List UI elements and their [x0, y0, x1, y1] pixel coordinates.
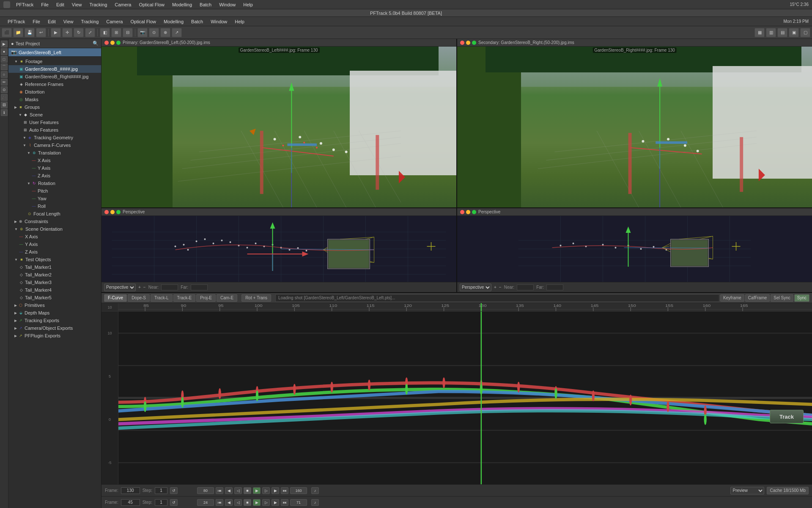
next-btn-1[interactable]: ▷ — [262, 487, 270, 494]
sidebar-item-so-z[interactable]: — Z Axis — [8, 248, 101, 256]
tool-lasso[interactable]: ⌒ — [1, 64, 8, 70]
sidebar-item-camera-f-curves[interactable]: ▼ ⌇ Camera F-Curves — [8, 141, 101, 149]
stop-btn-2[interactable]: ■ — [244, 499, 251, 506]
tool-box[interactable]: □ — [1, 56, 8, 63]
tool-arrow[interactable]: ▶ — [1, 41, 8, 47]
next-frame-btn-1[interactable]: ▶ — [272, 487, 279, 494]
menu-camera-top[interactable]: Camera — [111, 1, 134, 8]
toolbar-view1[interactable]: ◧ — [100, 28, 110, 37]
prev-btn-1[interactable]: ◁ — [234, 487, 242, 494]
sidebar-item-focal-length[interactable]: ⊙ Focal Length — [8, 210, 101, 218]
sidebar-item-x-axis[interactable]: — X Axis — [8, 157, 101, 164]
go-start-btn-1[interactable]: ⏮ — [216, 487, 223, 494]
toolbar-view2[interactable]: ⊞ — [111, 28, 121, 37]
menu-batch-top[interactable]: Batch — [196, 1, 215, 8]
toolbar-solve[interactable]: ⊕ — [160, 28, 170, 37]
perspective-right-content[interactable] — [457, 216, 812, 282]
sidebar-item-so-y[interactable]: — Y Axis — [8, 240, 101, 248]
sidebar-item-yaw[interactable]: — Yaw — [8, 195, 101, 202]
menu-pftrack-top[interactable]: PFTrack — [13, 1, 37, 8]
far-input-left[interactable] — [191, 284, 208, 290]
sidebar-item-constraints[interactable]: ▶ ⊗ Constraints — [8, 218, 101, 225]
persp-plus-left[interactable]: + — [138, 285, 141, 290]
perspective-right-select[interactable]: Perspective — [460, 284, 491, 291]
menu-file-top[interactable]: File — [38, 1, 52, 8]
tab-mode[interactable]: Rot + Trans — [241, 294, 271, 302]
sidebar-item-tail-marker5[interactable]: ◇ Tail_Marker5 — [8, 294, 101, 301]
menu-view-top[interactable]: View — [69, 1, 85, 8]
go-end-btn-1[interactable]: ⏭ — [281, 487, 288, 494]
loop-btn-2[interactable]: ↺ — [170, 499, 178, 506]
set-out-btn-1[interactable]: 160 — [290, 487, 307, 494]
sidebar-selected-item[interactable]: 📷 GardenStereoB_Left — [8, 48, 101, 57]
near-input-right[interactable] — [517, 284, 534, 290]
set-in-btn-2[interactable]: 24 — [197, 499, 214, 506]
sidebar-item-footage-right[interactable]: ▣ GardenStereoB_Right####.jpg — [8, 73, 101, 80]
sidebar-item-masks[interactable]: ◎ Masks — [8, 96, 101, 103]
sidebar-item-y-axis[interactable]: — Y Axis — [8, 164, 101, 172]
go-start-btn-2[interactable]: ⏮ — [216, 499, 223, 506]
tool-cam[interactable]: 🎥 — [1, 94, 8, 101]
go-end-btn-2[interactable]: ⏭ — [281, 499, 288, 506]
sidebar-item-test-objects[interactable]: ▼ ■ Test Objects — [8, 256, 101, 263]
selsync-btn[interactable]: Sel Sync — [771, 294, 793, 302]
toolbar-camera[interactable]: 📷 — [137, 28, 148, 37]
toolbar-scale[interactable]: ⤢ — [85, 28, 95, 37]
tab-fcurve[interactable]: F-Curve — [104, 294, 127, 302]
sidebar-item-rotation[interactable]: ▼ ↻ Rotation — [8, 179, 101, 187]
next-frame-btn-2[interactable]: ▶ — [272, 499, 279, 506]
bl-close-btn[interactable] — [104, 210, 109, 214]
sidebar-item-footage[interactable]: ▼ ■ Footage — [8, 58, 101, 65]
sidebar-item-roll[interactable]: — Roll — [8, 202, 101, 210]
sidebar-item-z-axis[interactable]: — Z Axis — [8, 172, 101, 179]
sidebar-item-so-x[interactable]: — X Axis — [8, 233, 101, 240]
toolbar-layout1[interactable]: ▦ — [754, 28, 765, 37]
menu-help-2[interactable]: Help — [231, 18, 248, 25]
persp-plus-right[interactable]: + — [494, 285, 497, 290]
menu-help-top[interactable]: Help — [240, 1, 256, 8]
toolbar-save[interactable]: 💾 — [25, 28, 35, 37]
set-out-btn-2[interactable]: 71 — [290, 499, 307, 506]
audio-btn-1[interactable]: ♪ — [311, 487, 319, 494]
tab-dopes[interactable]: Dope-S — [128, 294, 150, 302]
toolbar-open[interactable]: 📁 — [13, 28, 23, 37]
loop-btn-1[interactable]: ↺ — [170, 487, 178, 494]
menu-tracking-top[interactable]: Tracking — [86, 1, 111, 8]
toolbar-export[interactable]: ↗ — [172, 28, 182, 37]
sidebar-item-auto-features[interactable]: ⊞ Auto Features — [8, 126, 101, 134]
sidebar-item-pfplugin-exports[interactable]: ▶ ↗ PFPlugin Exports — [8, 332, 101, 340]
sidebar-item-reference-frames[interactable]: ◈ Reference Frames — [8, 80, 101, 88]
step-input-2[interactable] — [155, 499, 167, 506]
menu-edit-2[interactable]: Edit — [44, 18, 59, 25]
tool-node[interactable]: ● — [1, 48, 8, 55]
persp-minus-right[interactable]: − — [499, 285, 502, 290]
tab-trackl[interactable]: Track-L — [151, 294, 173, 302]
play-btn-1[interactable]: ▶ — [253, 487, 261, 494]
tool-circle[interactable]: ○ — [1, 71, 8, 78]
sidebar-item-pitch[interactable]: — Pitch — [8, 187, 101, 195]
play-btn-2[interactable]: ▶ — [253, 499, 261, 506]
toolbar-undo[interactable]: ↩ — [36, 28, 46, 37]
set-in-btn-1[interactable]: 80 — [197, 487, 214, 494]
menu-edit-top[interactable]: Edit — [53, 1, 68, 8]
menu-opticalflow-2[interactable]: Optical Flow — [127, 18, 159, 25]
sidebar-item-scene-orientation[interactable]: ▼ ⊕ Scene Orientation — [8, 225, 101, 233]
preview-select-1[interactable]: Preview — [730, 487, 764, 494]
tool-info[interactable]: ℹ — [1, 109, 8, 116]
near-input-left[interactable] — [161, 284, 178, 290]
br-max-btn[interactable] — [472, 210, 476, 214]
viewport-tl-content[interactable]: GardenStereoB_Left####.jpg: Frame 130 — [102, 47, 456, 207]
tool-pen[interactable]: ✏ — [1, 79, 8, 86]
stop-btn-1[interactable]: ■ — [244, 487, 251, 494]
menu-pftrack-2[interactable]: PFTrack — [4, 18, 28, 25]
br-close-btn[interactable] — [460, 210, 464, 214]
sidebar-item-translation[interactable]: ▼ ⊕ Translation — [8, 149, 101, 157]
viewport-tr-content[interactable]: GardenStereoB_Right####.jpg: Frame 130 — [457, 47, 812, 207]
menu-window-top[interactable]: Window — [216, 1, 239, 8]
tl-close-btn[interactable] — [104, 41, 109, 45]
menu-modelling-2[interactable]: Modelling — [160, 18, 187, 25]
audio-btn-2[interactable]: ♪ — [311, 499, 319, 506]
sidebar-item-tail-marker4[interactable]: ◇ Tail_Marker4 — [8, 286, 101, 294]
track-button[interactable]: Track — [770, 410, 804, 423]
far-input-right[interactable] — [546, 284, 563, 290]
